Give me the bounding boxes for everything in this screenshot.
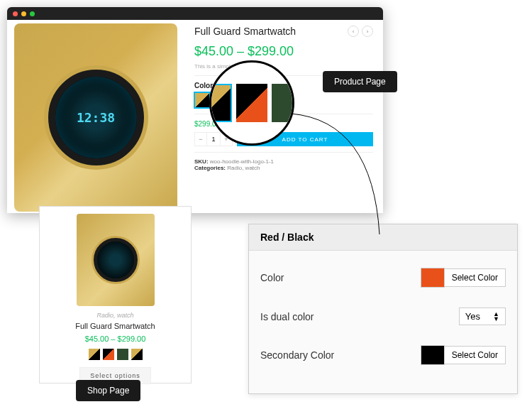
qty-value: 1 xyxy=(206,133,221,146)
shop-product-image xyxy=(77,214,155,306)
product-page-tooltip: Product Page xyxy=(323,71,397,92)
product-nav: ‹ › xyxy=(348,26,373,37)
magnified-swatch-gold-black xyxy=(209,84,232,122)
dual-color-select[interactable]: Yes ▲▼ xyxy=(459,308,506,325)
quantity-row: − 1 + ADD TO CART xyxy=(194,132,373,146)
shop-title: Full Guard Smartwatch xyxy=(40,322,191,330)
shop-swatch-gold-black[interactable] xyxy=(89,349,100,360)
maximize-icon[interactable] xyxy=(30,11,35,16)
product-description: This is a simple pro xyxy=(194,63,373,70)
shop-swatches xyxy=(40,349,191,360)
magnified-swatch-green xyxy=(272,84,294,122)
shop-category: Radio, watch xyxy=(40,312,191,319)
dual-color-value: Yes xyxy=(465,311,480,322)
minimize-icon[interactable] xyxy=(21,11,26,16)
sku-value: woo-hoodie-with-logo-1-1 xyxy=(210,158,274,165)
secondary-color-picker: Select Color xyxy=(421,345,506,365)
product-page-window: 🔍 12:38 ‹ › Full Guard Smartwatch $45.00… xyxy=(7,7,383,213)
select-color-button-primary[interactable]: Select Color xyxy=(444,268,506,287)
settings-body: Color Select Color Is dual color Yes ▲▼ … xyxy=(249,251,517,382)
magnifier-lens xyxy=(209,60,294,146)
color-picker: Select Color xyxy=(421,268,506,288)
dual-color-label: Is dual color xyxy=(260,311,459,322)
color-label: Color xyxy=(260,272,421,283)
color-chip-primary xyxy=(421,268,445,288)
magnified-swatch-orange-black xyxy=(236,84,267,122)
shop-swatch-green[interactable] xyxy=(117,349,128,360)
qty-minus-button[interactable]: − xyxy=(195,133,206,146)
categories-label: Categories: xyxy=(194,165,226,171)
swatch-gold-black[interactable] xyxy=(194,92,210,108)
product-title: Full Guard Smartwatch xyxy=(194,26,373,37)
secondary-color-label: Secondary Color xyxy=(260,349,421,361)
categories-value: Radio, watch xyxy=(227,165,260,171)
shop-price: $45.00 – $299.00 xyxy=(40,334,191,343)
shop-page-card: Radio, watch Full Guard Smartwatch $45.0… xyxy=(39,206,192,383)
select-arrows-icon: ▲▼ xyxy=(493,312,499,322)
watch-face: 12:38 xyxy=(48,70,144,165)
next-product-button[interactable]: › xyxy=(362,26,373,37)
color-row: Color Select Color xyxy=(260,258,506,298)
product-meta: SKU: woo-hoodie-with-logo-1-1 Categories… xyxy=(194,158,373,171)
color-chip-secondary xyxy=(421,345,445,365)
product-image-area: 🔍 12:38 xyxy=(7,20,184,213)
shop-page-tooltip: Shop Page xyxy=(76,380,140,401)
shop-watch-face xyxy=(94,238,138,282)
secondary-color-row: Secondary Color Select Color xyxy=(260,335,506,375)
shop-swatch-black-gold[interactable] xyxy=(131,349,143,360)
settings-panel: Red / Black Color Select Color Is dual c… xyxy=(248,224,518,394)
prev-product-button[interactable]: ‹ xyxy=(348,26,359,37)
sku-label: SKU: xyxy=(194,158,209,165)
product-image: 12:38 xyxy=(14,23,177,212)
shop-swatch-orange-black[interactable] xyxy=(103,349,114,360)
dual-color-row: Is dual color Yes ▲▼ xyxy=(260,298,506,335)
close-icon[interactable] xyxy=(13,11,18,16)
window-titlebar xyxy=(7,7,383,20)
select-color-button-secondary[interactable]: Select Color xyxy=(444,346,506,364)
browser-body: 🔍 12:38 ‹ › Full Guard Smartwatch $45.00… xyxy=(7,20,383,213)
settings-header: Red / Black xyxy=(249,224,517,251)
product-price: $45.00 – $299.00 xyxy=(194,44,373,59)
